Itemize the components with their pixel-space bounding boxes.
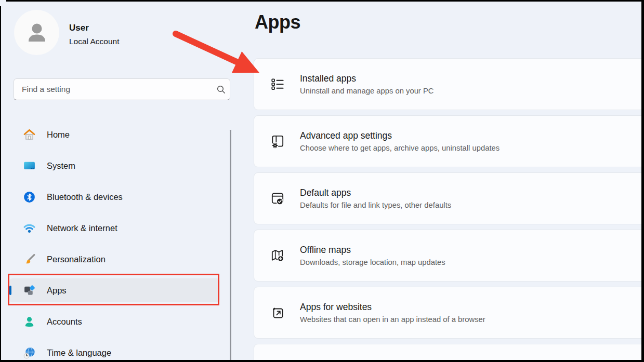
sidebar-item-label: Home xyxy=(47,130,70,140)
sidebar-item-bluetooth-devices[interactable]: Bluetooth & devices xyxy=(9,185,220,209)
card-title: Installed apps xyxy=(300,73,433,84)
card-subtitle: Defaults for file and link types, other … xyxy=(300,201,451,209)
card-subtitle: Choose where to get apps, archive apps, … xyxy=(300,144,500,152)
home-icon xyxy=(23,128,36,141)
card-default-apps[interactable]: Default apps Defaults for file and link … xyxy=(254,172,644,224)
sidebar-item-home[interactable]: Home xyxy=(9,123,220,146)
sidebar-item-time-language[interactable]: Time & language xyxy=(9,341,220,362)
system-icon xyxy=(23,159,36,172)
sidebar-item-label: Time & language xyxy=(47,348,111,358)
advanced-app-settings-icon xyxy=(269,133,286,150)
card-video-playback[interactable]: Video playback xyxy=(254,344,644,362)
avatar[interactable] xyxy=(14,10,59,55)
sidebar-item-label: Apps xyxy=(47,286,67,296)
search-icon[interactable] xyxy=(212,85,230,94)
sidebar-item-accounts[interactable]: Accounts xyxy=(9,310,220,333)
apps-icon xyxy=(23,284,36,297)
sidebar-nav: Home System xyxy=(9,123,220,362)
card-apps-for-websites[interactable]: Apps for websites Websites that can open… xyxy=(254,287,644,339)
card-offline-maps[interactable]: Offline maps Downloads, storage location… xyxy=(254,230,644,281)
page-title: Apps xyxy=(255,11,300,33)
card-advanced-app-settings[interactable]: Advanced app settings Choose where to ge… xyxy=(254,115,644,167)
card-title: Default apps xyxy=(300,187,451,198)
sidebar-item-apps[interactable]: Apps xyxy=(9,278,220,302)
network-icon xyxy=(23,222,36,235)
card-subtitle: Uninstall and manage apps on your PC xyxy=(300,87,433,95)
card-title: Apps for websites xyxy=(300,302,485,313)
card-title: Advanced app settings xyxy=(300,130,500,141)
account-type: Local Account xyxy=(69,37,120,46)
sidebar-item-label: Bluetooth & devices xyxy=(47,192,123,202)
sidebar-scrollbar[interactable] xyxy=(230,130,231,362)
search-box[interactable] xyxy=(14,78,230,100)
sidebar-item-label: Network & internet xyxy=(47,223,117,233)
time-language-icon xyxy=(23,346,36,359)
installed-apps-icon xyxy=(269,76,286,92)
offline-maps-icon xyxy=(269,247,286,264)
apps-for-websites-icon xyxy=(269,304,286,321)
sidebar-item-label: Accounts xyxy=(47,317,82,327)
account-name: User xyxy=(69,23,89,33)
personalization-icon xyxy=(23,253,36,266)
bluetooth-icon xyxy=(23,191,36,204)
accounts-icon xyxy=(23,315,36,328)
sidebar-item-personalization[interactable]: Personalization xyxy=(9,247,220,271)
card-subtitle: Websites that can open in an app instead… xyxy=(300,315,485,324)
sidebar-item-label: Personalization xyxy=(47,254,106,264)
card-subtitle: Downloads, storage location, map updates xyxy=(300,258,445,266)
sidebar-item-label: System xyxy=(47,161,75,171)
card-installed-apps[interactable]: Installed apps Uninstall and manage apps… xyxy=(254,58,644,110)
user-icon xyxy=(24,20,49,45)
sidebar: User Local Account Home xyxy=(0,0,244,362)
selected-indicator xyxy=(9,286,11,295)
search-input[interactable] xyxy=(14,85,212,94)
card-title: Offline maps xyxy=(300,245,445,256)
sidebar-item-network-internet[interactable]: Network & internet xyxy=(9,216,220,240)
sidebar-item-system[interactable]: System xyxy=(9,154,220,178)
default-apps-icon xyxy=(269,190,286,207)
